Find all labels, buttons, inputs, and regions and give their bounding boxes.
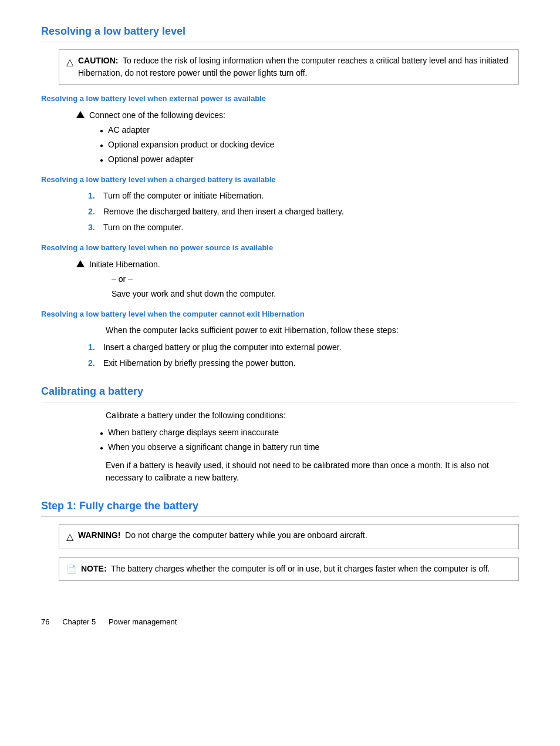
calibrating-item-1: When battery charge displays seem inaccu… — [108, 426, 279, 439]
warning-triangle-icon: △ — [66, 530, 73, 544]
cal-dot-1: ● — [100, 429, 103, 438]
num-1: 1. — [88, 190, 99, 202]
exit-num-1: 1. — [88, 341, 99, 354]
no-power-bullet: Initiate Hibernation. — [76, 258, 519, 271]
calibrating-bullet-1: ● When battery charge displays seem inac… — [100, 426, 519, 439]
section-step1: Step 1: Fully charge the battery △ WARNI… — [41, 498, 519, 581]
step-2-charged-text: Remove the discharged battery, and then … — [103, 206, 344, 218]
sub-bullet-dot-1: ● — [100, 126, 103, 135]
charged-battery-steps: 1. Turn off the computer or initiate Hib… — [88, 190, 519, 234]
step-1-charged: 1. Turn off the computer or initiate Hib… — [88, 190, 519, 202]
external-power-bullet-label: Connect one of the following devices: — [89, 109, 225, 122]
section-heading-calibrating: Calibrating a battery — [41, 384, 519, 402]
caution-body: To reduce the risk of losing information… — [78, 56, 508, 78]
note-label: NOTE: — [81, 564, 107, 573]
note-text: The battery charges whether the computer… — [111, 564, 490, 573]
sub-bullet-expansion: ● Optional expansion product or docking … — [100, 139, 519, 151]
calibrating-intro: Calibrate a battery under the following … — [106, 409, 519, 422]
footer-chapter: Chapter 5 — [62, 617, 96, 626]
no-power-bullet-text: Initiate Hibernation. — [89, 258, 160, 271]
or-text: – or – — [112, 273, 519, 285]
caution-text: CAUTION: To reduce the risk of losing in… — [78, 55, 511, 79]
cannot-exit-steps: 1. Insert a charged battery or plug the … — [88, 341, 519, 369]
caution-label: CAUTION: — [78, 56, 118, 65]
warning-content: WARNING! Do not charge the computer batt… — [78, 529, 367, 542]
calibrating-note: Even if a battery is heavily used, it sh… — [106, 459, 519, 484]
triangle-icon — [76, 111, 85, 118]
triangle-icon-2 — [76, 260, 85, 267]
caution-box: △ CAUTION: To reduce the risk of losing … — [59, 49, 519, 85]
sub-bullet-ac: ● AC adapter — [100, 124, 519, 136]
footer-title: Power management — [109, 617, 177, 626]
num-2: 2. — [88, 206, 99, 218]
section-resolving: Resolving a low battery level △ CAUTION:… — [41, 23, 519, 369]
note-content: NOTE: The battery charges whether the co… — [81, 563, 490, 575]
sub-bullet-power-adapter-text: Optional power adapter — [108, 153, 194, 166]
num-3: 3. — [88, 221, 99, 234]
calibrating-bullet-2: ● When you observe a significant change … — [100, 441, 519, 453]
section-heading-step1: Step 1: Fully charge the battery — [41, 498, 519, 517]
save-text: Save your work and shut down the compute… — [112, 288, 519, 300]
page-number: 76 — [41, 617, 49, 626]
warning-box: △ WARNING! Do not charge the computer ba… — [59, 524, 519, 549]
sub-bullet-expansion-text: Optional expansion product or docking de… — [108, 139, 274, 151]
step-1-exit: 1. Insert a charged battery or plug the … — [88, 341, 519, 354]
sub-bullet-dot-2: ● — [100, 141, 103, 150]
warning-label: WARNING! — [78, 530, 120, 540]
note-box: 📄 NOTE: The battery charges whether the … — [59, 557, 519, 581]
warning-text: Do not charge the computer battery while… — [125, 530, 367, 540]
step-1-exit-text: Insert a charged battery or plug the com… — [103, 341, 341, 354]
exit-num-2: 2. — [88, 357, 99, 369]
sub-heading-external-power: Resolving a low battery level when exter… — [41, 93, 519, 105]
sub-bullet-dot-3: ● — [100, 156, 103, 164]
cannot-exit-intro: When the computer lacks sufficient power… — [106, 324, 519, 337]
sub-heading-charged-battery: Resolving a low battery level when a cha… — [41, 174, 519, 186]
step-3-charged: 3. Turn on the computer. — [88, 221, 519, 234]
sub-bullet-ac-text: AC adapter — [108, 124, 150, 136]
external-power-bullet: Connect one of the following devices: — [76, 109, 519, 122]
sub-bullet-power-adapter: ● Optional power adapter — [100, 153, 519, 166]
step-2-exit-text: Exit Hibernation by briefly pressing the… — [103, 357, 296, 369]
section-heading-resolving: Resolving a low battery level — [41, 23, 519, 42]
caution-triangle-icon: △ — [66, 55, 73, 69]
section-calibrating: Calibrating a battery Calibrate a batter… — [41, 384, 519, 484]
calibrating-item-2: When you observe a significant change in… — [108, 441, 319, 453]
page-footer: 76 Chapter 5 Power management — [41, 616, 519, 628]
sub-heading-cannot-exit: Resolving a low battery level when the c… — [41, 308, 519, 320]
note-doc-icon: 📄 — [66, 563, 76, 576]
step-1-charged-text: Turn off the computer or initiate Hibern… — [103, 190, 264, 202]
step-2-charged: 2. Remove the discharged battery, and th… — [88, 206, 519, 218]
step-2-exit: 2. Exit Hibernation by briefly pressing … — [88, 357, 519, 369]
sub-heading-no-power: Resolving a low battery level when no po… — [41, 242, 519, 254]
step-3-charged-text: Turn on the computer. — [103, 221, 183, 234]
cal-dot-2: ● — [100, 443, 103, 452]
